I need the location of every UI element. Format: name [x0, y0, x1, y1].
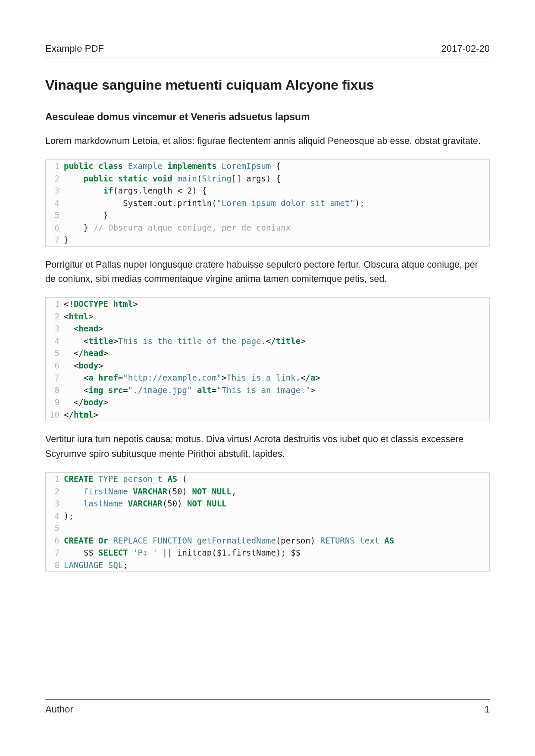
- line-number: 1: [46, 160, 64, 172]
- page-title: Vinaque sanguine metuenti cuiquam Alcyon…: [45, 77, 490, 93]
- line-number: 5: [46, 522, 64, 534]
- code-source: $$ SELECT 'P: ' || initcap($1.firstName)…: [64, 547, 489, 559]
- header-rule: [45, 57, 490, 57]
- code-source: }: [64, 209, 489, 222]
- line-number: 3: [46, 184, 64, 197]
- code-line: 4);: [46, 510, 489, 522]
- code-source: if(args.length < 2) {: [64, 184, 489, 197]
- code-line: 3 lastName VARCHAR(50) NOT NULL: [46, 497, 489, 510]
- page: Example PDF 2017-02-20 Vinaque sanguine …: [0, 0, 535, 756]
- code-block-sql: 1CREATE TYPE person_t AS (2 firstName VA…: [45, 472, 490, 572]
- code-line: 1<!DOCTYPE html>: [46, 298, 489, 310]
- code-line: 7 $$ SELECT 'P: ' || initcap($1.firstNam…: [46, 547, 489, 559]
- page-header: Example PDF 2017-02-20: [45, 43, 490, 54]
- code-source: </body>: [64, 396, 489, 409]
- code-line: 9 </body>: [46, 396, 489, 409]
- code-source: lastName VARCHAR(50) NOT NULL: [64, 497, 489, 510]
- code-source: </html>: [64, 409, 489, 421]
- line-number: 4: [46, 510, 64, 522]
- code-line: 5 </head>: [46, 347, 489, 359]
- line-number: 6: [46, 359, 64, 372]
- paragraph-1: Lorem markdownum Letoia, et alios: figur…: [45, 134, 490, 148]
- paragraph-3: Vertitur iura tum nepotis causa; motus. …: [45, 432, 490, 461]
- line-number: 2: [46, 310, 64, 323]
- line-number: 7: [46, 372, 64, 384]
- code-line: 10</html>: [46, 409, 489, 421]
- code-line: 7}: [46, 234, 489, 246]
- line-number: 5: [46, 347, 64, 359]
- line-number: 7: [46, 547, 64, 559]
- code-line: 2 public static void main(String[] args)…: [46, 172, 489, 185]
- code-source: );: [64, 510, 489, 522]
- code-source: [64, 522, 489, 534]
- code-source: public class Example implements LoremIps…: [64, 160, 489, 172]
- code-source: <title>This is the title of the page.</t…: [64, 335, 489, 347]
- header-title: Example PDF: [45, 43, 104, 54]
- code-source: <head>: [64, 322, 489, 335]
- line-number: 8: [46, 559, 64, 572]
- page-footer: Author 1: [45, 699, 490, 715]
- header-date: 2017-02-20: [441, 43, 490, 54]
- code-line: 5 }: [46, 209, 489, 222]
- code-line: 4 <title>This is the title of the page.<…: [46, 335, 489, 347]
- line-number: 9: [46, 396, 64, 409]
- code-line: 2 firstName VARCHAR(50) NOT NULL,: [46, 485, 489, 498]
- footer-rule: [45, 699, 490, 700]
- code-line: 6 <body>: [46, 359, 489, 372]
- line-number: 1: [46, 473, 64, 485]
- code-line: 6 } // Obscura atque coniuge, per de con…: [46, 222, 489, 234]
- code-source: <a href="http://example.com">This is a l…: [64, 372, 489, 384]
- code-line: 1CREATE TYPE person_t AS (: [46, 473, 489, 485]
- footer-author: Author: [45, 704, 73, 715]
- line-number: 2: [46, 485, 64, 498]
- line-number: 6: [46, 222, 64, 234]
- line-number: 4: [46, 335, 64, 347]
- code-line: 8LANGUAGE SQL;: [46, 559, 489, 572]
- code-source: <!DOCTYPE html>: [64, 298, 489, 310]
- code-source: }: [64, 234, 489, 246]
- code-line: 5: [46, 522, 489, 534]
- code-line: 6CREATE Or REPLACE FUNCTION getFormatted…: [46, 534, 489, 547]
- code-line: 3 <head>: [46, 322, 489, 335]
- line-number: 10: [46, 409, 64, 421]
- code-block-java: 1public class Example implements LoremIp…: [45, 159, 490, 247]
- line-number: 3: [46, 497, 64, 510]
- code-line: 2<html>: [46, 310, 489, 323]
- code-line: 1public class Example implements LoremIp…: [46, 160, 489, 172]
- line-number: 5: [46, 209, 64, 222]
- code-source: CREATE TYPE person_t AS (: [64, 473, 489, 485]
- code-line: 8 <img src="./image.jpg" alt="This is an…: [46, 384, 489, 397]
- footer-page-number: 1: [485, 704, 490, 715]
- line-number: 1: [46, 298, 64, 310]
- code-source: <img src="./image.jpg" alt="This is an i…: [64, 384, 489, 397]
- line-number: 2: [46, 172, 64, 185]
- line-number: 7: [46, 234, 64, 246]
- code-source: LANGUAGE SQL;: [64, 559, 489, 572]
- paragraph-2: Porrigitur et Pallas nuper longusque cra…: [45, 258, 490, 287]
- line-number: 4: [46, 197, 64, 209]
- code-source: public static void main(String[] args) {: [64, 172, 489, 185]
- code-source: CREATE Or REPLACE FUNCTION getFormattedN…: [64, 534, 489, 547]
- code-source: firstName VARCHAR(50) NOT NULL,: [64, 485, 489, 498]
- section-title: Aesculeae domus vincemur et Veneris adsu…: [45, 111, 490, 123]
- code-source: System.out.println("Lorem ipsum dolor si…: [64, 197, 489, 209]
- code-source: </head>: [64, 347, 489, 359]
- code-line: 7 <a href="http://example.com">This is a…: [46, 372, 489, 384]
- code-source: } // Obscura atque coniuge, per de coniu…: [64, 222, 489, 234]
- line-number: 8: [46, 384, 64, 397]
- line-number: 3: [46, 322, 64, 335]
- code-source: <html>: [64, 310, 489, 323]
- code-line: 3 if(args.length < 2) {: [46, 184, 489, 197]
- code-block-html: 1<!DOCTYPE html>2<html>3 <head>4 <title>…: [45, 297, 490, 421]
- line-number: 6: [46, 534, 64, 547]
- code-source: <body>: [64, 359, 489, 372]
- code-line: 4 System.out.println("Lorem ipsum dolor …: [46, 197, 489, 209]
